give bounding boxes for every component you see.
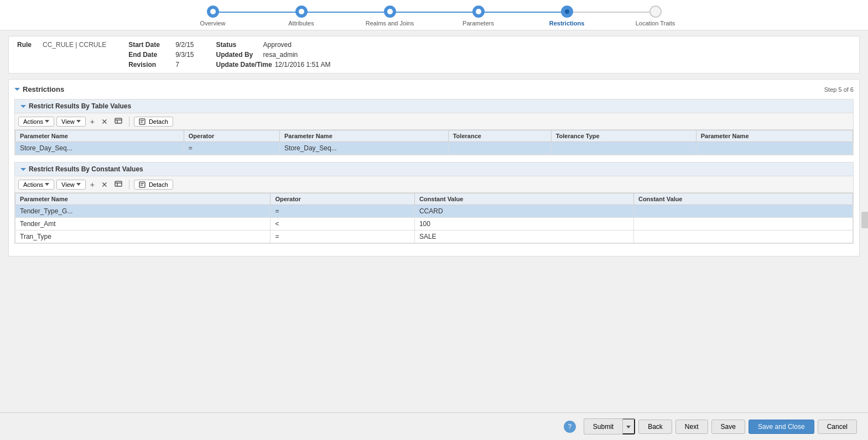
tv-detach-button[interactable]: Detach <box>134 117 173 127</box>
svg-point-2 <box>387 9 393 14</box>
cv-delete-button[interactable]: ✕ <box>99 179 110 190</box>
cv-row3-param: Tran_Type <box>15 231 271 243</box>
tv-actions-dropdown-icon <box>45 120 49 123</box>
scroll-hint[interactable] <box>861 212 868 228</box>
tv-row1-param1: Store_Day_Seq... <box>15 142 184 155</box>
step-circle-overview <box>207 6 219 18</box>
updated-by-value: resa_admin <box>263 51 298 59</box>
tv-col-param3: Parameter Name <box>696 130 853 142</box>
step-circle-restrictions <box>561 6 573 18</box>
rule-info-bar: Rule CC_RULE | CCRULE Start Date 9/2/15 … <box>8 36 860 74</box>
tv-row1-param3 <box>696 142 853 155</box>
tv-view-button[interactable]: View <box>56 117 86 127</box>
step-attributes[interactable]: Attributes <box>257 6 346 27</box>
cv-collapse-icon[interactable] <box>20 168 26 171</box>
step-circle-parameters <box>472 6 485 18</box>
cv-row2-const2 <box>633 218 853 231</box>
step-label-parameters: Parameters <box>462 20 494 27</box>
update-datetime-label: Update Date/Time <box>216 61 272 69</box>
cv-row3-const2 <box>633 231 853 243</box>
restrictions-title: Restrictions <box>23 85 64 93</box>
step-circle-attributes <box>295 6 308 18</box>
tv-collapse-icon[interactable] <box>20 105 26 108</box>
revision-value: 7 <box>175 61 179 69</box>
cv-actions-dropdown-icon <box>45 183 49 186</box>
table-row[interactable]: Tender_Type_G... = CCARD <box>15 205 853 218</box>
svg-rect-14 <box>139 182 145 187</box>
cv-col-const1: Constant Value <box>414 193 633 205</box>
rule-status: Status Approved Updated By resa_admin Up… <box>216 41 331 69</box>
step-overview[interactable]: Overview <box>169 6 257 27</box>
constant-values-label: Restrict Results By Constant Values <box>29 165 143 173</box>
table-row[interactable]: Tran_Type = SALE <box>15 231 853 243</box>
cv-col-const2: Constant Value <box>633 193 853 205</box>
cv-row1-param: Tender_Type_G... <box>15 205 271 218</box>
tv-row1-tolerance-type <box>551 142 696 155</box>
restrictions-panel: Restrictions Step 5 of 6 Restrict Result… <box>8 79 860 256</box>
cv-row1-const2 <box>633 205 853 218</box>
tv-row1-tolerance <box>448 142 551 155</box>
table-values-section: Restrict Results By Table Values Actions… <box>14 99 854 155</box>
step-indicator: Step 5 of 6 <box>824 86 854 93</box>
cv-row3-const1: SALE <box>414 231 633 243</box>
step-label-restrictions: Restrictions <box>549 20 585 27</box>
rule-dates: Start Date 9/2/15 End Date 9/3/15 Revisi… <box>128 41 194 69</box>
cv-add-button[interactable]: + <box>88 179 97 190</box>
step-realms-joins[interactable]: Realms and Joins <box>346 6 434 27</box>
table-row[interactable]: Store_Day_Seq... = Store_Day_Seq... <box>15 142 853 155</box>
tv-actions-button[interactable]: Actions <box>18 117 54 127</box>
step-label-overview: Overview <box>200 20 226 27</box>
svg-point-0 <box>210 9 216 14</box>
tv-row1-operator: = <box>184 142 279 155</box>
tv-separator <box>129 117 129 127</box>
start-date-label: Start Date <box>128 41 173 49</box>
step-restrictions[interactable]: Restrictions <box>523 6 611 27</box>
table-values-label: Restrict Results By Table Values <box>29 102 131 110</box>
step-label-attributes: Attributes <box>288 20 314 27</box>
cv-detach-button[interactable]: Detach <box>134 180 173 190</box>
constant-values-section: Restrict Results By Constant Values Acti… <box>14 162 854 244</box>
rule-label: Rule <box>17 41 32 49</box>
cv-row2-operator: < <box>271 218 415 231</box>
tv-row1-param2: Store_Day_Seq... <box>279 142 448 155</box>
start-date-value: 9/2/15 <box>175 41 194 49</box>
tv-view-dropdown-icon <box>76 120 81 123</box>
svg-rect-11 <box>115 181 122 186</box>
status-value: Approved <box>263 41 292 49</box>
table-row[interactable]: Tender_Amt < 100 <box>15 218 853 231</box>
tv-col-tolerance-type: Tolerance Type <box>551 130 696 142</box>
constant-values-toolbar: Actions View + ✕ <box>15 176 853 193</box>
tv-delete-button[interactable]: ✕ <box>99 116 110 127</box>
cv-actions-button[interactable]: Actions <box>18 180 54 190</box>
end-date-value: 9/3/15 <box>175 51 194 59</box>
tv-col-param2: Parameter Name <box>279 130 448 142</box>
tv-col-operator: Operator <box>184 130 279 142</box>
table-values-toolbar: Actions View + ✕ <box>15 113 853 130</box>
cv-row1-const1: CCARD <box>414 205 633 218</box>
cv-row1-operator: = <box>271 205 415 218</box>
cv-separator <box>129 180 129 190</box>
updated-by-label: Updated By <box>216 51 261 59</box>
step-circle-realms <box>384 6 396 18</box>
end-date-label: End Date <box>128 51 173 59</box>
tv-add-button[interactable]: + <box>88 116 97 127</box>
table-values-table: Parameter Name Operator Parameter Name T… <box>15 130 853 155</box>
update-datetime-value: 12/1/2016 1:51 AM <box>275 61 331 69</box>
cv-col-operator: Operator <box>271 193 415 205</box>
cv-col-param: Parameter Name <box>15 193 271 205</box>
step-label-location: Location Traits <box>636 20 675 27</box>
cv-edit-button[interactable] <box>112 179 124 190</box>
constant-values-title: Restrict Results By Constant Values <box>15 163 853 176</box>
cv-view-button[interactable]: View <box>56 180 86 190</box>
cv-row2-const1: 100 <box>414 218 633 231</box>
tv-edit-button[interactable] <box>112 116 124 127</box>
svg-point-3 <box>476 9 481 14</box>
rule-id: CC_RULE | CCRULE <box>43 41 106 49</box>
panel-title: Restrictions Step 5 of 6 <box>14 85 854 93</box>
step-location-traits[interactable]: Location Traits <box>611 6 700 27</box>
step-label-realms: Realms and Joins <box>366 20 414 27</box>
svg-point-1 <box>299 9 304 14</box>
collapse-icon[interactable] <box>14 88 20 91</box>
step-parameters[interactable]: Parameters <box>434 6 523 27</box>
cv-row3-operator: = <box>271 231 415 243</box>
